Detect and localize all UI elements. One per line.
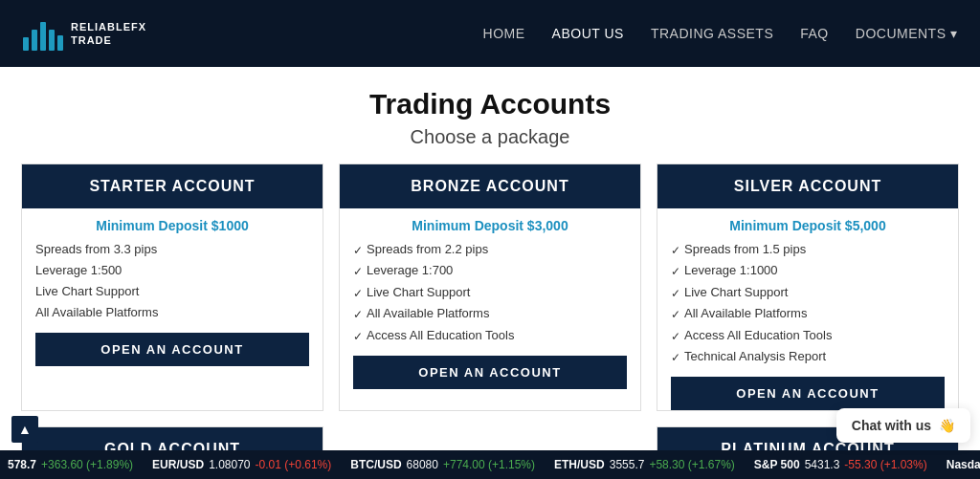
- nav-about-us[interactable]: ABOUT US: [552, 26, 624, 41]
- list-item: ✓Access All Education Tools: [671, 325, 945, 346]
- chat-label: Chat with us: [852, 418, 931, 433]
- hero-section: Trading Accounts Choose a package: [0, 67, 980, 163]
- nav-trading-assets[interactable]: TRADING ASSETS: [651, 26, 773, 41]
- list-item: ✓Spreads from 2.2 pips: [353, 239, 627, 260]
- list-item: ✓Leverage 1:700: [353, 260, 627, 281]
- silver-account-card: SILVER ACCOUNT Minimum Deposit $5,000 ✓S…: [657, 163, 959, 411]
- silver-header: SILVER ACCOUNT: [657, 164, 958, 208]
- bronze-body: Minimum Deposit $3,000 ✓Spreads from 2.2…: [340, 208, 640, 389]
- logo-icon: [23, 16, 63, 51]
- starter-body: Minimum Deposit $1000 Spreads from 3.3 p…: [22, 208, 323, 366]
- nav-home[interactable]: HOME: [483, 26, 525, 41]
- logo-text: RELIABLEFX TRADE: [71, 20, 146, 48]
- silver-min-deposit: Minimum Deposit $5,000: [671, 218, 945, 233]
- starter-account-card: STARTER ACCOUNT Minimum Deposit $1000 Sp…: [21, 163, 323, 411]
- list-item: ✓Live Chart Support: [671, 282, 945, 303]
- navigation: RELIABLEFX TRADE HOME ABOUT US TRADING A…: [0, 0, 980, 67]
- list-item: ✓Live Chart Support: [353, 282, 627, 303]
- chevron-down-icon: ▾: [950, 26, 958, 41]
- bronze-open-account-button[interactable]: OPEN AN ACCOUNT: [353, 356, 627, 389]
- bronze-min-deposit: Minimum Deposit $3,000: [353, 218, 627, 233]
- ticker-item: 578.7 +363.60 (+1.89%): [8, 458, 133, 471]
- packages-top-row: STARTER ACCOUNT Minimum Deposit $1000 Sp…: [21, 163, 959, 411]
- list-item: ✓Technical Analysis Report: [671, 346, 945, 367]
- silver-body: Minimum Deposit $5,000 ✓Spreads from 1.5…: [657, 208, 958, 410]
- page-title: Trading Accounts: [0, 88, 980, 120]
- silver-features: ✓Spreads from 1.5 pips ✓Leverage 1:1000 …: [671, 239, 945, 367]
- starter-open-account-button[interactable]: OPEN AN ACCOUNT: [35, 333, 309, 366]
- list-item: ✓Spreads from 1.5 pips: [671, 239, 945, 260]
- page-subtitle: Choose a package: [0, 126, 980, 148]
- starter-header: STARTER ACCOUNT: [22, 164, 323, 208]
- scroll-up-button[interactable]: ▲: [11, 416, 38, 443]
- starter-min-deposit: Minimum Deposit $1000: [35, 218, 309, 233]
- list-item: ✓Leverage 1:1000: [671, 260, 945, 281]
- bronze-features: ✓Spreads from 2.2 pips ✓Leverage 1:700 ✓…: [353, 239, 627, 346]
- list-item: ✓Access All Education Tools: [353, 325, 627, 346]
- ticker-item: BTC/USD 68080 +774.00 (+1.15%): [350, 458, 535, 471]
- list-item: ✓All Available Platforms: [353, 303, 627, 324]
- chat-emoji: 👋: [939, 418, 955, 433]
- list-item: ✓All Available Platforms: [671, 303, 945, 324]
- list-item: Spreads from 3.3 pips: [35, 239, 309, 260]
- nav-links: HOME ABOUT US TRADING ASSETS FAQ DOCUMEN…: [483, 26, 957, 41]
- logo: RELIABLEFX TRADE: [23, 16, 146, 51]
- chat-widget[interactable]: Chat with us 👋: [836, 408, 970, 443]
- ticker-item: EUR/USD 1.08070 -0.01 (+0.61%): [152, 458, 331, 471]
- ticker-item: S&P 500 5431.3 -55.30 (+1.03%): [754, 458, 927, 471]
- list-item: Leverage 1:500: [35, 260, 309, 281]
- ticker-item: Nasdaq 10: [947, 458, 980, 471]
- bronze-header: BRONZE ACCOUNT: [340, 164, 640, 208]
- nav-documents[interactable]: DOCUMENTS ▾: [856, 26, 957, 41]
- ticker-bar: 578.7 +363.60 (+1.89%) EUR/USD 1.08070 -…: [0, 450, 980, 479]
- nav-faq[interactable]: FAQ: [800, 26, 829, 41]
- list-item: All Available Platforms: [35, 302, 309, 323]
- list-item: Live Chart Support: [35, 281, 309, 302]
- starter-features: Spreads from 3.3 pips Leverage 1:500 Liv…: [35, 239, 309, 323]
- packages-section: STARTER ACCOUNT Minimum Deposit $1000 Sp…: [0, 163, 980, 479]
- ticker-item: ETH/USD 3555.7 +58.30 (+1.67%): [554, 458, 735, 471]
- bronze-account-card: BRONZE ACCOUNT Minimum Deposit $3,000 ✓S…: [339, 163, 641, 411]
- silver-open-account-button[interactable]: OPEN AN ACCOUNT: [671, 377, 945, 410]
